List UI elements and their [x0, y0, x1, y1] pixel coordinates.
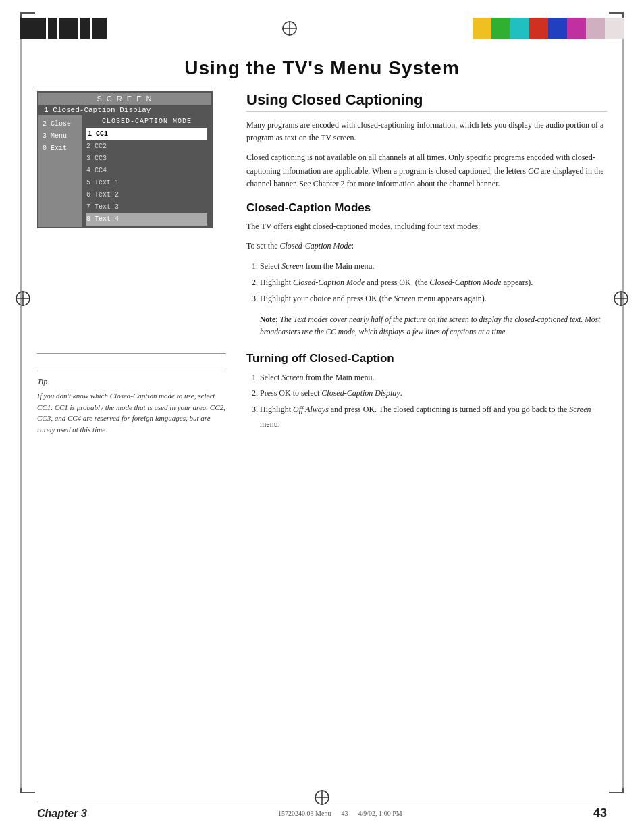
modes-step-2: Highlight Closed-Caption Mode and press …	[260, 276, 607, 290]
side-line-right	[622, 37, 624, 788]
turning-off-step-3: Highlight Off Always and press OK. The c…	[260, 402, 607, 432]
color-strips	[473, 18, 624, 39]
color-strip-yellow	[473, 18, 491, 39]
corner-bl	[20, 779, 35, 793]
black-strip-3	[59, 18, 78, 39]
tv-submenu-text3: 7 Text 3	[86, 201, 207, 213]
side-crosshair-right	[613, 290, 629, 309]
note-box: Note: The Text modes cover nearly half o…	[260, 311, 607, 341]
top-bar	[0, 12, 644, 45]
side-crosshair-left	[15, 290, 31, 309]
tip-text: If you don't know which Closed-Caption m…	[37, 390, 226, 435]
tv-menu-screenshot: S C R E E N 1 Closed-Caption Display 2 C…	[37, 91, 213, 228]
tv-menu-close: 2 Close	[43, 118, 78, 130]
tv-submenu-text1: 5 Text 1	[86, 177, 207, 189]
tv-menu-main: 2 Close 3 Menu 0 Exit CLOSED-CAPTION MOD…	[38, 115, 211, 227]
color-strip-green	[491, 18, 510, 39]
tv-submenu-cc3: 3 CC3	[86, 153, 207, 165]
color-strip-magenta	[567, 18, 586, 39]
footer-doc-number: 15720240.03 Menu	[278, 810, 331, 817]
footer-chapter: Chapter 3	[37, 808, 87, 820]
bottom-crosshair	[314, 789, 330, 808]
black-strip-4	[80, 18, 90, 39]
black-strip-5	[92, 18, 107, 39]
modes-intro: The TV offers eight closed-captioned mod…	[246, 220, 607, 233]
bar-left	[20, 18, 107, 39]
tv-menu-screen-title: S C R E E N	[38, 93, 211, 105]
color-strip-cyan	[510, 18, 529, 39]
tv-submenu-text2: 6 Text 2	[86, 189, 207, 201]
section-turning-off-title: Turning off Closed-Caption	[246, 352, 607, 365]
footer-page-number: 43	[593, 806, 607, 820]
modes-steps: Select Screen from the Main menu. Highli…	[246, 259, 607, 306]
bar-right	[473, 18, 624, 39]
main-content: S C R E E N 1 Closed-Caption Display 2 C…	[37, 91, 607, 780]
side-line-left	[20, 37, 22, 788]
tv-submenu-cc2: 2 CC2	[86, 140, 207, 153]
footer-center: 15720240.03 Menu 43 4/9/02, 1:00 PM	[101, 810, 580, 817]
footer-page-num-center: 43	[341, 810, 348, 817]
tv-menu-item-closed-caption: 1 Closed-Caption Display	[38, 105, 211, 115]
black-strip-1	[20, 18, 46, 39]
color-strip-blue	[548, 18, 567, 39]
top-center-crosshair	[281, 20, 298, 36]
turning-off-steps: Select Screen from the Main menu. Press …	[246, 371, 607, 432]
tv-menu-left-items: 2 Close 3 Menu 0 Exit	[38, 115, 82, 227]
tip-label: Tip	[37, 377, 226, 387]
body-para-2: Closed captioning is not available on al…	[246, 151, 607, 190]
note-text: Note: The Text modes cover nearly half o…	[260, 314, 607, 338]
black-strips	[20, 18, 107, 39]
black-strip-2	[48, 18, 57, 39]
tip-box: Tip If you don't know which Closed-Capti…	[37, 371, 226, 435]
color-strip-ltgray	[586, 18, 605, 39]
turning-off-step-1: Select Screen from the Main menu.	[260, 371, 607, 386]
corner-br	[609, 779, 624, 793]
right-column: Using Closed Captioning Many programs ar…	[246, 91, 607, 780]
tv-submenu-title: CLOSED-CAPTION MODE	[82, 115, 211, 127]
modes-step-1: Select Screen from the Main menu.	[260, 259, 607, 274]
separator-line	[37, 353, 226, 354]
section-using-closed-captioning-title: Using Closed Captioning	[246, 91, 607, 112]
body-para-1: Many programs are encoded with closed-ca…	[246, 119, 607, 145]
modes-step-3: Highlight your choice and press OK (the …	[260, 292, 607, 307]
tv-submenu-items: 1 CC1 2 CC2 3 CC3 4 CC4 5 Text 1 6 Text …	[82, 127, 211, 227]
turning-off-step-2: Press OK to select Closed-Caption Displa…	[260, 386, 607, 401]
tv-submenu-cc4: 4 CC4	[86, 165, 207, 177]
left-column: S C R E E N 1 Closed-Caption Display 2 C…	[37, 91, 226, 780]
tv-menu-exit: 0 Exit	[43, 142, 78, 155]
tv-menu-submenu: CLOSED-CAPTION MODE 1 CC1 2 CC2 3 CC3 4 …	[82, 115, 211, 227]
color-strip-red	[529, 18, 548, 39]
page-title: Using the TV's Menu System	[0, 57, 644, 79]
tv-submenu-text4: 8 Text 4	[86, 213, 207, 226]
color-strip-white	[605, 18, 624, 39]
section-modes-title: Closed-Caption Modes	[246, 201, 607, 215]
tv-submenu-cc1: 1 CC1	[86, 128, 207, 140]
tv-menu-menu: 3 Menu	[43, 130, 78, 142]
to-set-label: To set the Closed-Caption Mode:	[246, 240, 607, 253]
footer-date: 4/9/02, 1:00 PM	[358, 810, 402, 817]
